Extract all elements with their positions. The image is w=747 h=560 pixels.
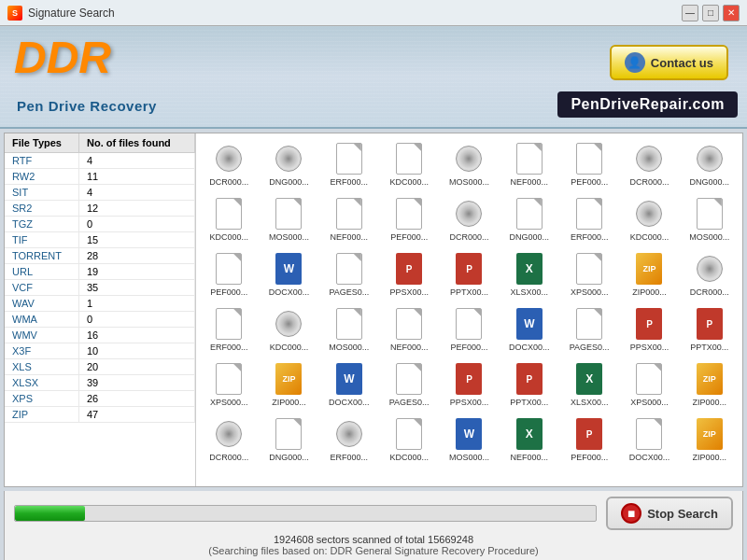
table-row[interactable]: ZIP ZIP000... xyxy=(681,357,739,411)
table-row[interactable]: XPS000... xyxy=(560,247,618,301)
left-panel-header: File Types No. of files found xyxy=(5,133,195,153)
table-row[interactable]: DCR000... xyxy=(681,247,739,301)
file-name: PPSX00... xyxy=(389,287,429,297)
table-row[interactable]: ZIP ZIP000... xyxy=(260,357,317,411)
table-row[interactable]: P PPSX00... xyxy=(380,247,438,301)
list-item[interactable]: TORRENT 28 xyxy=(5,248,195,264)
list-item[interactable]: SR2 12 xyxy=(5,201,195,217)
list-item[interactable]: WAV 1 xyxy=(5,296,195,312)
table-row[interactable]: W DOCX00... xyxy=(500,302,558,356)
list-item[interactable]: X3F 10 xyxy=(5,343,195,359)
table-row[interactable]: PAGES0... xyxy=(560,302,618,356)
table-row[interactable]: ERF000... xyxy=(320,413,378,466)
file-count-cell: 10 xyxy=(79,343,195,358)
table-row[interactable]: P PPTX00... xyxy=(681,302,739,356)
table-row[interactable]: X XLSX00... xyxy=(560,357,618,411)
list-item[interactable]: WMA 0 xyxy=(5,312,195,328)
table-row[interactable]: P PPTX00... xyxy=(440,247,498,301)
file-name: XPS000... xyxy=(630,398,669,407)
table-row[interactable]: ZIP ZIP000... xyxy=(681,413,739,466)
table-row[interactable]: DCR000... xyxy=(620,137,678,190)
list-item[interactable]: RW2 11 xyxy=(5,169,195,185)
table-row[interactable]: P PPSX00... xyxy=(620,302,678,356)
table-row[interactable]: P PPSX00... xyxy=(440,357,498,411)
list-item[interactable]: TIF 15 xyxy=(5,232,195,248)
table-row[interactable]: ERF000... xyxy=(320,137,378,190)
table-row[interactable]: PAGES0... xyxy=(380,357,438,411)
contact-button[interactable]: 👤 Contact us xyxy=(610,45,728,80)
file-name: PEF000... xyxy=(450,343,487,352)
list-item[interactable]: URL 19 xyxy=(5,264,195,280)
file-count-cell: 47 xyxy=(79,407,195,422)
table-row[interactable]: MOS000... xyxy=(440,137,498,190)
list-item[interactable]: XPS 26 xyxy=(5,391,195,407)
table-row[interactable]: PEF000... xyxy=(440,302,498,356)
table-row[interactable]: P PPTX00... xyxy=(500,357,558,411)
contact-label: Contact us xyxy=(651,56,713,70)
list-item[interactable]: SIT 4 xyxy=(5,185,195,201)
minimize-button[interactable]: — xyxy=(682,5,698,21)
file-icon: W xyxy=(454,416,484,452)
table-row[interactable]: DNG000... xyxy=(681,137,739,190)
table-row[interactable]: ERF000... xyxy=(200,302,258,356)
table-row[interactable]: PEF000... xyxy=(380,192,438,245)
file-icon xyxy=(274,141,303,176)
table-row[interactable]: DCR000... xyxy=(200,137,258,190)
right-panel[interactable]: DCR000... DNG000... ERF000... KDC000... … xyxy=(196,133,742,486)
list-item[interactable]: TGZ 0 xyxy=(5,217,195,232)
file-count-cell: 4 xyxy=(79,153,195,168)
table-row[interactable]: ERF000... xyxy=(560,192,618,245)
table-row[interactable]: DNG000... xyxy=(500,192,558,245)
table-row[interactable]: X XLSX00... xyxy=(500,247,558,301)
list-item[interactable]: XLS 20 xyxy=(5,359,195,375)
file-name: MOS000... xyxy=(329,343,369,352)
table-row[interactable]: XPS000... xyxy=(620,357,678,411)
brand-url: PenDriveRepair.com xyxy=(557,91,738,118)
table-row[interactable]: W MOS000... xyxy=(440,413,498,466)
table-row[interactable]: MOS000... xyxy=(260,192,317,245)
table-row[interactable]: DNG000... xyxy=(260,137,317,190)
table-row[interactable]: NEF000... xyxy=(380,302,438,356)
close-button[interactable]: ✕ xyxy=(723,5,740,21)
table-row[interactable]: DCR000... xyxy=(200,413,258,466)
table-row[interactable]: W DOCX00... xyxy=(260,247,317,301)
table-row[interactable]: MOS000... xyxy=(320,302,378,356)
table-row[interactable]: KDC000... xyxy=(260,302,317,356)
list-item[interactable]: VCF 35 xyxy=(5,280,195,296)
header: DDR Pen Drive Recovery 👤 Contact us PenD… xyxy=(0,26,747,129)
table-row[interactable]: KDC000... xyxy=(620,192,678,245)
list-item[interactable]: XLSX 39 xyxy=(5,375,195,391)
list-item[interactable]: RTF 4 xyxy=(5,153,195,169)
file-icon xyxy=(634,416,664,452)
table-row[interactable]: DCR000... xyxy=(440,192,498,245)
file-name: KDC000... xyxy=(389,453,429,462)
table-row[interactable]: DOCX00... xyxy=(620,413,678,466)
file-count-cell: 12 xyxy=(79,201,195,216)
file-icon xyxy=(394,196,424,231)
table-row[interactable]: X NEF000... xyxy=(500,413,558,466)
table-row[interactable]: P PEF000... xyxy=(560,413,618,466)
table-row[interactable]: DNG000... xyxy=(260,413,317,466)
maximize-button[interactable]: □ xyxy=(702,5,719,21)
table-row[interactable]: KDC000... xyxy=(380,413,438,466)
table-row[interactable]: KDC000... xyxy=(200,192,258,245)
table-row[interactable]: W DOCX00... xyxy=(320,357,378,411)
list-item[interactable]: ZIP 47 xyxy=(5,407,195,423)
table-row[interactable]: XPS000... xyxy=(200,357,258,411)
table-row[interactable]: NEF000... xyxy=(320,192,378,245)
stop-label: Stop Search xyxy=(647,507,718,521)
table-row[interactable]: PEF000... xyxy=(560,137,618,190)
file-icon xyxy=(214,196,244,231)
table-row[interactable]: ZIP ZIP000... xyxy=(620,247,678,301)
table-row[interactable]: PAGES0... xyxy=(320,247,378,301)
list-item[interactable]: WMV 16 xyxy=(5,328,195,343)
app-icon: S xyxy=(7,6,22,21)
table-row[interactable]: MOS000... xyxy=(681,192,739,245)
table-row[interactable]: NEF000... xyxy=(500,137,558,190)
stop-search-button[interactable]: Stop Search xyxy=(606,497,733,530)
file-type-list[interactable]: RTF 4 RW2 11 SIT 4 SR2 12 TGZ 0 TIF 15 T… xyxy=(5,153,195,486)
file-name: ZIP000... xyxy=(632,287,667,297)
table-row[interactable]: PEF000... xyxy=(200,247,258,301)
file-icon xyxy=(695,251,725,287)
table-row[interactable]: KDC000... xyxy=(380,137,438,190)
